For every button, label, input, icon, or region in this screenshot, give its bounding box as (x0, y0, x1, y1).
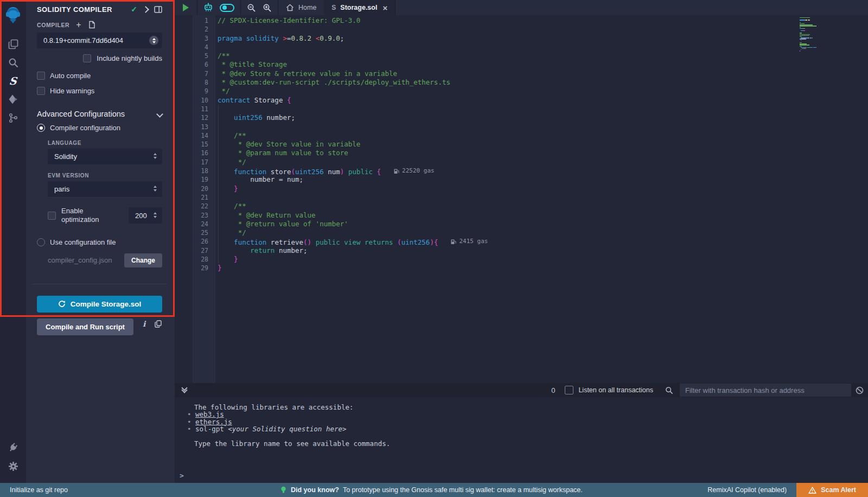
panel-divider (33, 284, 167, 284)
zoom-in-icon[interactable] (263, 3, 272, 12)
pin-panel-icon[interactable] (154, 5, 162, 14)
compile-and-run-button[interactable]: Compile and Run script (37, 318, 133, 335)
home-icon (286, 4, 294, 11)
compile-run-row: Compile and Run script i (37, 313, 162, 335)
remix-ide-window: S (0, 0, 868, 497)
git-init-status[interactable]: Initialize as git repo (10, 486, 68, 494)
collapse-terminal-icon[interactable] (182, 388, 187, 392)
code-line[interactable]: 21 (175, 193, 868, 202)
run-script-play-button[interactable] (183, 4, 189, 11)
include-nightly-checkbox[interactable] (83, 54, 91, 62)
code-line[interactable]: 2 (175, 25, 868, 34)
optimization-row: Enable optimization 200 (48, 207, 162, 225)
auto-compile-checkbox[interactable] (37, 72, 45, 80)
code-line[interactable]: 17 */ (175, 158, 868, 167)
scam-alert-badge[interactable]: Scam Alert (796, 483, 868, 497)
terminal[interactable]: The following libraries are accessible:•… (175, 397, 868, 483)
plugin-manager-icon[interactable] (0, 438, 26, 457)
code-editor[interactable]: 1// SPDX-License-Identifier: GPL-3.023pr… (175, 15, 868, 383)
code-line[interactable]: 7 * @dev Store & retrieve value in a var… (175, 69, 868, 78)
use-configuration-file-radio-row[interactable]: Use configuration file (37, 238, 162, 246)
change-config-button[interactable]: Change (124, 253, 162, 267)
advanced-configurations-header[interactable]: Advanced Configurations (37, 110, 162, 118)
enable-optimization-checkbox[interactable] (48, 212, 56, 220)
hide-warnings-checkbox[interactable] (37, 87, 45, 95)
enable-optimization-label: Enable optimization (61, 207, 99, 225)
code-line[interactable]: 12 uint256 number; (175, 113, 868, 122)
ai-robot-icon[interactable] (203, 3, 213, 12)
code-line[interactable]: 1// SPDX-License-Identifier: GPL-3.0 (175, 16, 868, 25)
panel-header: SOLIDITY COMPILER ✓ (37, 1, 162, 17)
code-line[interactable]: 22 /** (175, 202, 868, 211)
code-line[interactable]: 18 function store(uint256 num) public {2… (175, 167, 868, 175)
code-line[interactable]: 13 (175, 123, 868, 131)
code-line[interactable]: 14 /** (175, 131, 868, 140)
code-line[interactable]: 20 } (175, 184, 868, 193)
code-line[interactable]: 26 function retrieve() public view retur… (175, 237, 868, 246)
transaction-filter-input[interactable] (680, 384, 851, 397)
code-line[interactable]: 16 * @param num value to store (175, 149, 868, 157)
settings-gear-icon[interactable] (0, 457, 26, 475)
open-file-icon[interactable] (88, 21, 95, 29)
code-line[interactable]: 9 */ (175, 87, 868, 95)
transaction-count: 0 (551, 386, 555, 394)
solidity-file-icon: S (331, 4, 336, 11)
include-nightly-row[interactable]: Include nightly builds (37, 54, 162, 62)
code-line[interactable]: 19 number = num; (175, 175, 868, 184)
code-line[interactable]: 11 (175, 105, 868, 113)
auto-compile-row[interactable]: Auto compile (37, 72, 162, 80)
minimap[interactable] (800, 17, 851, 52)
terminal-line: Type the library name to see available c… (187, 440, 868, 447)
clear-console-icon[interactable] (856, 386, 864, 394)
copy-icon[interactable] (155, 320, 162, 328)
remix-logo-icon[interactable] (0, 2, 26, 27)
warning-icon (808, 487, 816, 494)
deploy-run-icon[interactable] (0, 90, 26, 109)
code-line[interactable]: 29} (175, 264, 868, 272)
icon-rail: S (0, 0, 26, 483)
code-line[interactable]: 10contract Storage { (175, 96, 868, 105)
code-line[interactable]: 6 * @title Storage (175, 60, 868, 69)
version-spinner-icon (149, 36, 158, 45)
compiler-version-select[interactable]: 0.8.19+commit.7dd6d404 (37, 33, 162, 48)
compiler-configuration-radio-row[interactable]: Compiler configuration (37, 124, 162, 132)
terminal-line: The following libraries are accessible: (187, 404, 868, 411)
chevron-right-icon[interactable] (142, 6, 149, 13)
compiler-configuration-radio[interactable] (37, 124, 45, 132)
config-file-row: compiler_config.json Change (48, 253, 162, 267)
code-line[interactable]: 25 */ (175, 228, 868, 237)
editor-toolbar: Home S Storage.sol × (175, 0, 868, 15)
git-icon[interactable] (0, 109, 26, 127)
search-icon[interactable] (0, 53, 26, 72)
file-explorer-icon[interactable] (0, 35, 26, 53)
tab-storage-sol[interactable]: S Storage.sol × (324, 0, 395, 15)
compile-button[interactable]: Compile Storage.sol (37, 296, 162, 313)
copilot-toggle[interactable] (220, 4, 234, 12)
terminal-line: • ethers.js (187, 418, 868, 425)
chevron-down-icon (156, 111, 163, 118)
terminal-search-icon (665, 386, 673, 394)
code-line[interactable]: 5/** (175, 52, 868, 60)
terminal-prompt[interactable]: > (180, 471, 184, 480)
terminal-line (187, 433, 868, 440)
code-line[interactable]: 23 * @dev Return value (175, 211, 868, 220)
use-configuration-file-radio[interactable] (37, 238, 45, 246)
code-line[interactable]: 24 * @return value of 'number' (175, 220, 868, 228)
code-line[interactable]: 3pragma solidity >=0.8.2 <0.9.0; (175, 34, 868, 43)
code-line[interactable]: 28 } (175, 255, 868, 264)
solidity-compiler-icon[interactable]: S (0, 72, 26, 90)
zoom-out-icon[interactable] (247, 3, 256, 12)
code-line[interactable]: 4 (175, 43, 868, 52)
code-line[interactable]: 27 return number; (175, 246, 868, 255)
code-line[interactable]: 8 * @custom:dev-run-script ./scripts/dep… (175, 78, 868, 87)
code-line[interactable]: 15 * @dev Store value in variable (175, 140, 868, 149)
info-icon[interactable]: i (143, 320, 145, 328)
language-select[interactable]: Solidity (48, 149, 162, 164)
evm-version-select[interactable]: paris (48, 181, 162, 197)
close-tab-icon[interactable]: × (382, 4, 387, 12)
optimization-runs-input[interactable]: 200 (129, 207, 162, 224)
listen-all-transactions-checkbox[interactable] (565, 386, 573, 394)
select-arrows-icon (154, 153, 157, 159)
hide-warnings-row[interactable]: Hide warnings (37, 87, 162, 95)
tab-home[interactable]: Home (278, 0, 324, 15)
